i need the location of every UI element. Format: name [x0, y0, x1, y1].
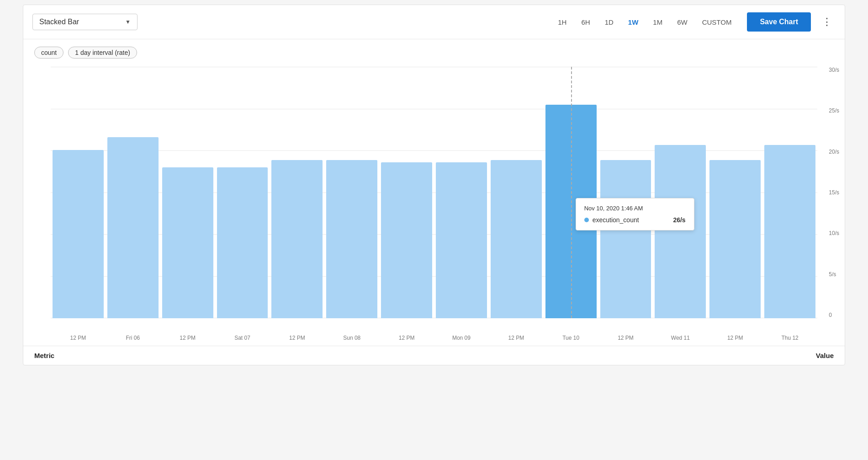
bar[interactable] [436, 162, 487, 318]
bar-group[interactable] [489, 67, 544, 318]
bar-group[interactable] [215, 67, 270, 318]
dropdown-arrow-icon: ▼ [125, 19, 131, 25]
footer-row: Metric Value [23, 346, 845, 365]
filters-row: count1 day interval (rate) [23, 39, 845, 62]
tooltip-date: Nov 10, 2020 1:46 AM [584, 205, 686, 212]
y-axis-label: 0 [829, 312, 839, 318]
bar[interactable] [271, 160, 323, 319]
tooltip-metric: execution_count [593, 216, 670, 224]
bar[interactable] [107, 137, 159, 318]
bar-group[interactable] [598, 67, 653, 318]
x-axis-label: Mon 09 [434, 335, 489, 341]
bar[interactable] [491, 160, 542, 319]
tooltip-row: execution_count 26/s [584, 216, 686, 224]
x-axis-label: 12 PM [160, 335, 215, 341]
bar[interactable] [162, 167, 213, 318]
time-controls: 1H6H1D1W1M6WCUSTOM [557, 16, 732, 28]
save-chart-button[interactable]: Save Chart [747, 12, 811, 32]
bar-group[interactable] [51, 67, 106, 318]
time-btn-1w[interactable]: 1W [627, 16, 640, 28]
bar-group[interactable] [324, 67, 379, 318]
bar[interactable] [764, 145, 815, 319]
bar-group[interactable] [270, 67, 324, 318]
x-axis-label: Tue 10 [544, 335, 598, 341]
x-axis-label: 12 PM [598, 335, 653, 341]
bar[interactable] [600, 160, 651, 319]
bar-group[interactable] [160, 67, 215, 318]
x-axis: 12 PMFri 0612 PMSat 0712 PMSun 0812 PMMo… [51, 335, 817, 341]
value-label: Value [816, 352, 834, 359]
x-axis-label: Wed 11 [653, 335, 708, 341]
more-options-button[interactable]: ⋮ [818, 14, 836, 30]
time-btn-1d[interactable]: 1D [604, 16, 614, 28]
tooltip: Nov 10, 2020 1:46 AM execution_count 26/… [576, 198, 694, 230]
y-axis-label: 20/s [829, 149, 839, 155]
chart-area: 05/s10/s15/s20/s25/s30/s Nov 10, 2020 1:… [23, 62, 845, 346]
x-axis-label: 12 PM [270, 335, 324, 341]
x-axis-label: Fri 06 [106, 335, 160, 341]
y-axis-label: 15/s [829, 189, 839, 196]
y-axis-label: 5/s [829, 271, 839, 278]
x-axis-label: Thu 12 [762, 335, 817, 341]
chart-container: Stacked Bar ▼ 1H6H1D1W1M6WCUSTOM Save Ch… [23, 5, 845, 365]
bar[interactable] [326, 160, 377, 319]
bar-group[interactable] [379, 67, 434, 318]
chart-type-dropdown[interactable]: Stacked Bar ▼ [32, 14, 138, 30]
time-btn-custom[interactable]: CUSTOM [701, 16, 733, 28]
x-axis-label: 12 PM [51, 335, 106, 341]
bar-group[interactable] [106, 67, 160, 318]
x-axis-label: Sun 08 [324, 335, 379, 341]
y-axis-label: 10/s [829, 230, 839, 236]
filter-tag[interactable]: count [34, 47, 64, 59]
x-axis-label: 12 PM [379, 335, 434, 341]
tooltip-dot-icon [584, 218, 589, 222]
bars-wrapper [51, 67, 817, 318]
bar-group[interactable] [434, 67, 489, 318]
bar-group[interactable] [653, 67, 708, 318]
bar-group[interactable] [708, 67, 762, 318]
bar-group[interactable] [544, 67, 598, 318]
time-btn-6w[interactable]: 6W [676, 16, 688, 28]
toolbar: Stacked Bar ▼ 1H6H1D1W1M6WCUSTOM Save Ch… [23, 5, 845, 39]
x-axis-label: 12 PM [489, 335, 544, 341]
x-axis-label: 12 PM [708, 335, 762, 341]
bar[interactable] [381, 162, 432, 318]
y-axis-labels: 05/s10/s15/s20/s25/s30/s [829, 67, 839, 318]
x-axis-label: Sat 07 [215, 335, 270, 341]
y-axis-label: 30/s [829, 67, 839, 73]
bar[interactable] [709, 160, 761, 319]
time-btn-1m[interactable]: 1M [652, 16, 663, 28]
y-axis-label: 25/s [829, 107, 839, 114]
bar[interactable] [655, 145, 706, 319]
filter-tag[interactable]: 1 day interval (rate) [68, 47, 137, 59]
bar[interactable] [217, 167, 268, 318]
chart-plot: Nov 10, 2020 1:46 AM execution_count 26/… [51, 67, 817, 318]
bar-group[interactable] [762, 67, 817, 318]
time-btn-6h[interactable]: 6H [580, 16, 591, 28]
time-btn-1h[interactable]: 1H [557, 16, 567, 28]
tooltip-value: 26/s [673, 216, 685, 224]
metric-label: Metric [34, 352, 54, 359]
bar[interactable] [53, 150, 104, 319]
chart-type-label: Stacked Bar [39, 18, 79, 26]
